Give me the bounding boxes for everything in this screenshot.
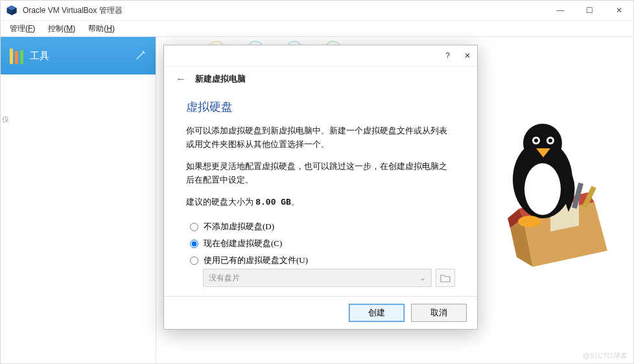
sidebar-tools-label: 工具 — [30, 50, 49, 62]
dialog-paragraph-1: 你可以添加虚拟硬盘到新虚拟电脑中。新建一个虚拟硬盘文件或从列表或用文件夹图标从其… — [186, 124, 455, 152]
back-button[interactable]: ← — [176, 73, 186, 85]
dialog-footer: 创建 取消 — [164, 296, 477, 329]
cancel-button[interactable]: 取消 — [411, 304, 467, 322]
maximize-button[interactable]: ☐ — [575, 1, 604, 20]
maximize-icon: ☐ — [586, 6, 593, 15]
dialog-header: ← 新建虚拟电脑 — [164, 67, 477, 87]
menu-manage[interactable]: 管理(F) — [5, 22, 40, 36]
svg-point-12 — [523, 124, 562, 163]
dialog-recommended-size: 建议的硬盘大小为 8.00 GB。 — [186, 195, 455, 209]
dialog-paragraph-2: 如果想更灵活地配置虚拟硬盘，也可以跳过这一步，在创建虚拟电脑之后在配置中设定。 — [186, 159, 455, 187]
menu-help[interactable]: 帮助(H) — [83, 22, 120, 36]
svg-point-14 — [534, 139, 538, 142]
radio-create-disk[interactable]: 现在创建虚拟硬盘(C) — [190, 235, 455, 252]
browse-disk-button[interactable] — [436, 269, 455, 287]
virtualbox-logo-icon — [6, 5, 18, 16]
close-window-button[interactable]: ✕ — [604, 1, 633, 20]
create-button[interactable]: 创建 — [349, 304, 405, 322]
svg-point-11 — [524, 163, 561, 215]
dialog-section-title: 虚拟硬盘 — [186, 99, 455, 115]
main-window: Oracle VM VirtualBox 管理器 — ☐ ✕ 管理(F) 控制(… — [0, 0, 634, 364]
minimize-button[interactable]: — — [546, 1, 575, 20]
chevron-down-icon: ⌄ — [419, 273, 426, 283]
radio-no-disk-label: 不添加虚拟硬盘(D) — [204, 221, 274, 233]
tools-icon — [10, 47, 23, 64]
tux-mascot-icon — [497, 121, 614, 270]
existing-disk-picker: 没有盘片 ⌄ — [203, 269, 455, 287]
window-controls: — ☐ ✕ — [546, 1, 633, 20]
radio-existing-disk-input[interactable] — [190, 256, 198, 265]
wand-icon — [135, 49, 147, 63]
menubar: 管理(F) 控制(M) 帮助(H) — [1, 21, 633, 37]
svg-point-18 — [518, 216, 541, 227]
dialog-header-title: 新建虚拟电脑 — [195, 73, 246, 85]
help-icon[interactable]: ? — [445, 51, 450, 60]
dialog-titlebar: ? ✕ — [164, 45, 477, 67]
sidebar: 工具 仅 — [1, 37, 156, 364]
radio-no-disk[interactable]: 不添加虚拟硬盘(D) — [190, 218, 455, 235]
sidebar-tools-tile[interactable]: 工具 — [1, 37, 156, 74]
radio-existing-disk-label: 使用已有的虚拟硬盘文件(U) — [204, 255, 308, 266]
folder-icon — [440, 273, 451, 282]
existing-disk-select-value: 没有盘片 — [209, 273, 240, 284]
minimize-icon: — — [557, 6, 565, 15]
window-title: Oracle VM VirtualBox 管理器 — [23, 5, 123, 16]
sidebar-stray-text: 仅 — [2, 115, 9, 124]
svg-point-16 — [548, 139, 552, 142]
titlebar-left: Oracle VM VirtualBox 管理器 — [1, 5, 123, 16]
existing-disk-select[interactable]: 没有盘片 ⌄ — [203, 269, 432, 287]
create-vm-dialog: ? ✕ ← 新建虚拟电脑 虚拟硬盘 你可以添加虚拟硬盘到新虚拟电脑中。新建一个虚… — [163, 45, 478, 330]
radio-create-disk-input[interactable] — [190, 240, 198, 248]
dialog-body: 虚拟硬盘 你可以添加虚拟硬盘到新虚拟电脑中。新建一个虚拟硬盘文件或从列表或用文件… — [164, 87, 477, 296]
watermark: @51CTO博客 — [583, 351, 627, 361]
disk-option-radios: 不添加虚拟硬盘(D) 现在创建虚拟硬盘(C) 使用已有的虚拟硬盘文件(U) 没有… — [186, 217, 455, 293]
close-icon: ✕ — [616, 6, 622, 15]
dialog-close-button[interactable]: ✕ — [464, 51, 471, 60]
radio-no-disk-input[interactable] — [190, 223, 198, 231]
radio-create-disk-label: 现在创建虚拟硬盘(C) — [204, 238, 282, 249]
menu-control[interactable]: 控制(M) — [43, 22, 80, 36]
titlebar: Oracle VM VirtualBox 管理器 — ☐ ✕ — [1, 1, 633, 21]
radio-existing-disk[interactable]: 使用已有的虚拟硬盘文件(U) — [190, 252, 455, 269]
